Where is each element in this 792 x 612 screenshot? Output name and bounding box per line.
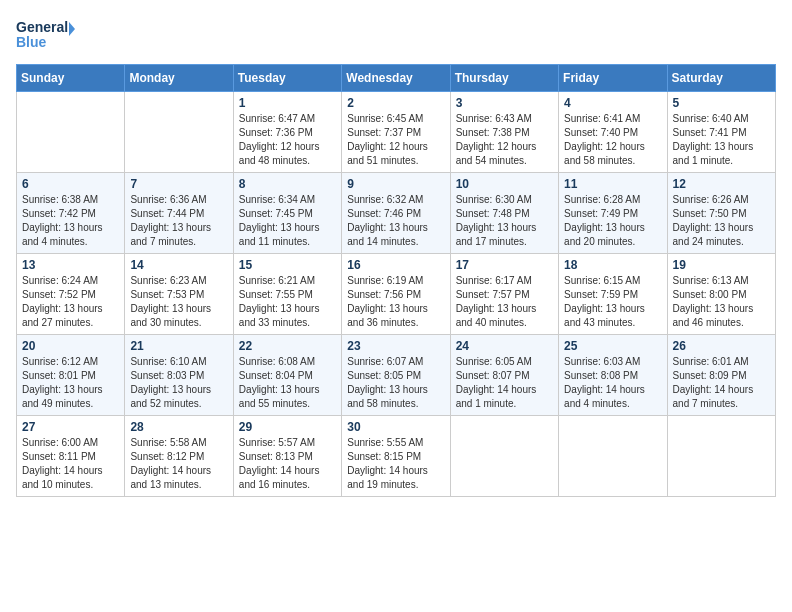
day-number: 10 — [456, 177, 553, 191]
day-number: 29 — [239, 420, 336, 434]
calendar-cell — [559, 416, 667, 497]
day-number: 20 — [22, 339, 119, 353]
calendar-cell: 24Sunrise: 6:05 AM Sunset: 8:07 PM Dayli… — [450, 335, 558, 416]
day-info: Sunrise: 6:45 AM Sunset: 7:37 PM Dayligh… — [347, 112, 444, 168]
day-info: Sunrise: 6:41 AM Sunset: 7:40 PM Dayligh… — [564, 112, 661, 168]
day-number: 26 — [673, 339, 770, 353]
day-header-friday: Friday — [559, 65, 667, 92]
day-number: 22 — [239, 339, 336, 353]
calendar-cell: 7Sunrise: 6:36 AM Sunset: 7:44 PM Daylig… — [125, 173, 233, 254]
calendar-header-row: SundayMondayTuesdayWednesdayThursdayFrid… — [17, 65, 776, 92]
calendar-cell: 29Sunrise: 5:57 AM Sunset: 8:13 PM Dayli… — [233, 416, 341, 497]
day-info: Sunrise: 6:26 AM Sunset: 7:50 PM Dayligh… — [673, 193, 770, 249]
calendar-cell: 2Sunrise: 6:45 AM Sunset: 7:37 PM Daylig… — [342, 92, 450, 173]
calendar-table: SundayMondayTuesdayWednesdayThursdayFrid… — [16, 64, 776, 497]
calendar-cell: 4Sunrise: 6:41 AM Sunset: 7:40 PM Daylig… — [559, 92, 667, 173]
calendar-cell: 6Sunrise: 6:38 AM Sunset: 7:42 PM Daylig… — [17, 173, 125, 254]
day-info: Sunrise: 5:58 AM Sunset: 8:12 PM Dayligh… — [130, 436, 227, 492]
day-number: 7 — [130, 177, 227, 191]
day-info: Sunrise: 6:36 AM Sunset: 7:44 PM Dayligh… — [130, 193, 227, 249]
day-number: 8 — [239, 177, 336, 191]
day-info: Sunrise: 6:21 AM Sunset: 7:55 PM Dayligh… — [239, 274, 336, 330]
day-number: 18 — [564, 258, 661, 272]
calendar-cell: 19Sunrise: 6:13 AM Sunset: 8:00 PM Dayli… — [667, 254, 775, 335]
day-info: Sunrise: 6:30 AM Sunset: 7:48 PM Dayligh… — [456, 193, 553, 249]
day-header-sunday: Sunday — [17, 65, 125, 92]
day-number: 30 — [347, 420, 444, 434]
day-number: 11 — [564, 177, 661, 191]
svg-text:Blue: Blue — [16, 34, 47, 50]
day-header-monday: Monday — [125, 65, 233, 92]
calendar-cell: 8Sunrise: 6:34 AM Sunset: 7:45 PM Daylig… — [233, 173, 341, 254]
day-number: 3 — [456, 96, 553, 110]
logo-svg: General Blue — [16, 16, 76, 52]
day-number: 13 — [22, 258, 119, 272]
day-info: Sunrise: 6:34 AM Sunset: 7:45 PM Dayligh… — [239, 193, 336, 249]
calendar-cell: 18Sunrise: 6:15 AM Sunset: 7:59 PM Dayli… — [559, 254, 667, 335]
day-number: 25 — [564, 339, 661, 353]
day-info: Sunrise: 6:03 AM Sunset: 8:08 PM Dayligh… — [564, 355, 661, 411]
day-number: 12 — [673, 177, 770, 191]
day-header-thursday: Thursday — [450, 65, 558, 92]
calendar-cell: 25Sunrise: 6:03 AM Sunset: 8:08 PM Dayli… — [559, 335, 667, 416]
day-info: Sunrise: 6:08 AM Sunset: 8:04 PM Dayligh… — [239, 355, 336, 411]
calendar-cell — [17, 92, 125, 173]
calendar-cell: 21Sunrise: 6:10 AM Sunset: 8:03 PM Dayli… — [125, 335, 233, 416]
day-info: Sunrise: 5:57 AM Sunset: 8:13 PM Dayligh… — [239, 436, 336, 492]
calendar-cell: 22Sunrise: 6:08 AM Sunset: 8:04 PM Dayli… — [233, 335, 341, 416]
day-info: Sunrise: 6:19 AM Sunset: 7:56 PM Dayligh… — [347, 274, 444, 330]
calendar-cell: 15Sunrise: 6:21 AM Sunset: 7:55 PM Dayli… — [233, 254, 341, 335]
calendar-week-3: 13Sunrise: 6:24 AM Sunset: 7:52 PM Dayli… — [17, 254, 776, 335]
logo: General Blue — [16, 16, 76, 52]
calendar-cell: 30Sunrise: 5:55 AM Sunset: 8:15 PM Dayli… — [342, 416, 450, 497]
day-info: Sunrise: 6:15 AM Sunset: 7:59 PM Dayligh… — [564, 274, 661, 330]
calendar-cell: 27Sunrise: 6:00 AM Sunset: 8:11 PM Dayli… — [17, 416, 125, 497]
day-number: 17 — [456, 258, 553, 272]
day-info: Sunrise: 6:12 AM Sunset: 8:01 PM Dayligh… — [22, 355, 119, 411]
day-info: Sunrise: 6:01 AM Sunset: 8:09 PM Dayligh… — [673, 355, 770, 411]
day-info: Sunrise: 6:23 AM Sunset: 7:53 PM Dayligh… — [130, 274, 227, 330]
calendar-cell: 1Sunrise: 6:47 AM Sunset: 7:36 PM Daylig… — [233, 92, 341, 173]
day-number: 21 — [130, 339, 227, 353]
day-number: 5 — [673, 96, 770, 110]
day-number: 1 — [239, 96, 336, 110]
day-number: 4 — [564, 96, 661, 110]
day-info: Sunrise: 6:28 AM Sunset: 7:49 PM Dayligh… — [564, 193, 661, 249]
day-info: Sunrise: 6:43 AM Sunset: 7:38 PM Dayligh… — [456, 112, 553, 168]
day-info: Sunrise: 6:38 AM Sunset: 7:42 PM Dayligh… — [22, 193, 119, 249]
calendar-cell: 13Sunrise: 6:24 AM Sunset: 7:52 PM Dayli… — [17, 254, 125, 335]
page-header: General Blue — [16, 16, 776, 52]
calendar-cell — [125, 92, 233, 173]
day-info: Sunrise: 6:10 AM Sunset: 8:03 PM Dayligh… — [130, 355, 227, 411]
day-number: 16 — [347, 258, 444, 272]
calendar-week-4: 20Sunrise: 6:12 AM Sunset: 8:01 PM Dayli… — [17, 335, 776, 416]
calendar-cell: 17Sunrise: 6:17 AM Sunset: 7:57 PM Dayli… — [450, 254, 558, 335]
day-number: 9 — [347, 177, 444, 191]
calendar-cell: 3Sunrise: 6:43 AM Sunset: 7:38 PM Daylig… — [450, 92, 558, 173]
day-number: 14 — [130, 258, 227, 272]
day-number: 2 — [347, 96, 444, 110]
day-info: Sunrise: 6:32 AM Sunset: 7:46 PM Dayligh… — [347, 193, 444, 249]
calendar-cell: 20Sunrise: 6:12 AM Sunset: 8:01 PM Dayli… — [17, 335, 125, 416]
calendar-cell — [667, 416, 775, 497]
day-number: 27 — [22, 420, 119, 434]
calendar-cell: 26Sunrise: 6:01 AM Sunset: 8:09 PM Dayli… — [667, 335, 775, 416]
calendar-week-5: 27Sunrise: 6:00 AM Sunset: 8:11 PM Dayli… — [17, 416, 776, 497]
day-info: Sunrise: 6:07 AM Sunset: 8:05 PM Dayligh… — [347, 355, 444, 411]
calendar-cell: 12Sunrise: 6:26 AM Sunset: 7:50 PM Dayli… — [667, 173, 775, 254]
day-number: 15 — [239, 258, 336, 272]
day-number: 6 — [22, 177, 119, 191]
calendar-week-2: 6Sunrise: 6:38 AM Sunset: 7:42 PM Daylig… — [17, 173, 776, 254]
day-info: Sunrise: 6:40 AM Sunset: 7:41 PM Dayligh… — [673, 112, 770, 168]
day-info: Sunrise: 6:13 AM Sunset: 8:00 PM Dayligh… — [673, 274, 770, 330]
calendar-cell: 14Sunrise: 6:23 AM Sunset: 7:53 PM Dayli… — [125, 254, 233, 335]
day-header-saturday: Saturday — [667, 65, 775, 92]
calendar-week-1: 1Sunrise: 6:47 AM Sunset: 7:36 PM Daylig… — [17, 92, 776, 173]
svg-text:General: General — [16, 19, 68, 35]
day-header-tuesday: Tuesday — [233, 65, 341, 92]
day-info: Sunrise: 6:47 AM Sunset: 7:36 PM Dayligh… — [239, 112, 336, 168]
calendar-cell: 11Sunrise: 6:28 AM Sunset: 7:49 PM Dayli… — [559, 173, 667, 254]
day-info: Sunrise: 6:17 AM Sunset: 7:57 PM Dayligh… — [456, 274, 553, 330]
calendar-cell: 10Sunrise: 6:30 AM Sunset: 7:48 PM Dayli… — [450, 173, 558, 254]
calendar-cell: 23Sunrise: 6:07 AM Sunset: 8:05 PM Dayli… — [342, 335, 450, 416]
